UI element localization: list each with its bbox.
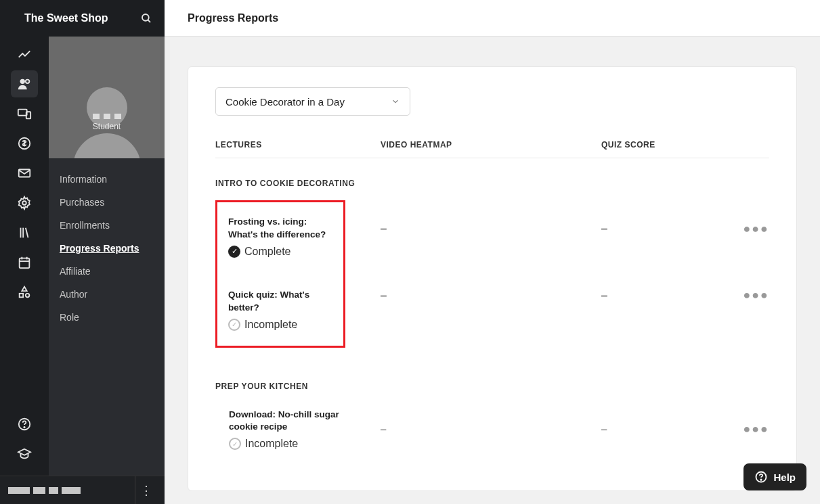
svg-line-1 xyxy=(148,20,150,22)
lecture-item: Frosting vs. icing: What's the differenc… xyxy=(228,216,332,258)
svg-point-2 xyxy=(20,79,25,84)
sidebar-item-purchases[interactable]: Purchases xyxy=(60,191,154,214)
page-header: Progress Reports xyxy=(165,0,820,37)
top-bar: The Sweet Shop xyxy=(0,0,165,37)
dropdown-selected: Cookie Decorator in a Day xyxy=(225,96,391,108)
table-header: LECTURES VIDEO HEATMAP QUIZ SCORE xyxy=(215,140,769,158)
help-label: Help xyxy=(773,472,796,483)
graduation-icon[interactable] xyxy=(11,440,38,467)
row-menu-icon[interactable]: ●●● xyxy=(743,422,769,436)
sub-sidebar: Student Information Purchases Enrollment… xyxy=(49,0,165,504)
col-video-header: VIDEO HEATMAP xyxy=(381,140,601,150)
lecture-status: Incomplete xyxy=(245,438,298,450)
profile-name-blurred xyxy=(49,110,165,122)
dollar-icon[interactable] xyxy=(11,130,38,157)
lecture-row: Download: No-chill sugar cookie recipe ✓… xyxy=(215,409,769,451)
footer-menu-icon[interactable]: ⋮ xyxy=(135,476,156,504)
library-icon[interactable] xyxy=(11,219,38,246)
sidebar-item-progress-reports[interactable]: Progress Reports xyxy=(60,237,154,260)
course-dropdown[interactable]: Cookie Decorator in a Day xyxy=(215,87,410,116)
sub-nav: Information Purchases Enrollments Progre… xyxy=(49,158,165,338)
calendar-icon[interactable] xyxy=(11,249,38,276)
profile-role: Student xyxy=(49,122,165,131)
quiz-score-value: – xyxy=(601,290,607,301)
svg-point-8 xyxy=(22,201,26,205)
shapes-icon[interactable] xyxy=(11,279,38,306)
svg-line-11 xyxy=(26,228,28,238)
sidebar-item-information[interactable]: Information xyxy=(60,168,154,191)
svg-rect-4 xyxy=(18,110,27,116)
search-icon[interactable] xyxy=(140,12,152,24)
analytics-icon[interactable] xyxy=(11,41,38,68)
svg-point-22 xyxy=(761,480,762,480)
video-heatmap-value: – xyxy=(381,423,386,434)
svg-rect-12 xyxy=(20,258,30,269)
svg-rect-17 xyxy=(20,294,24,298)
col-lectures-header: LECTURES xyxy=(215,140,381,150)
mail-icon[interactable] xyxy=(11,160,38,187)
svg-marker-16 xyxy=(22,287,26,291)
footer-strip: ⋮ xyxy=(0,476,165,504)
quiz-score-value: – xyxy=(601,423,607,434)
lecture-status: Incomplete xyxy=(244,319,297,331)
sidebar-item-affiliate[interactable]: Affiliate xyxy=(60,260,154,283)
highlighted-lectures: Frosting vs. icing: What's the differenc… xyxy=(215,200,345,348)
video-heatmap-value: – xyxy=(381,290,387,301)
users-icon[interactable] xyxy=(11,70,38,97)
lecture-status: Complete xyxy=(244,246,290,258)
devices-icon[interactable] xyxy=(11,100,38,127)
sidebar-item-enrollments[interactable]: Enrollments xyxy=(60,214,154,237)
icon-rail xyxy=(0,0,49,504)
gear-icon[interactable] xyxy=(11,189,38,216)
svg-point-18 xyxy=(26,294,30,298)
lecture-title: Frosting vs. icing: What's the differenc… xyxy=(228,216,332,242)
section-title: PREP YOUR KITCHEN xyxy=(215,382,769,391)
main-area: Progress Reports Cookie Decorator in a D… xyxy=(165,0,820,504)
brand-title: The Sweet Shop xyxy=(24,12,140,24)
lecture-title: Download: No-chill sugar cookie recipe xyxy=(229,409,367,434)
row-menu-icon[interactable]: ●●● xyxy=(743,288,769,302)
content-card: Cookie Decorator in a Day LECTURES VIDEO… xyxy=(188,66,797,491)
sidebar-item-author[interactable]: Author xyxy=(60,283,154,306)
help-button[interactable]: Help xyxy=(743,463,806,490)
section-title: INTRO TO COOKIE DECORATING xyxy=(215,179,769,188)
check-complete-icon: ✓ xyxy=(228,246,240,258)
footer-blurred-text xyxy=(8,487,128,494)
svg-point-3 xyxy=(26,80,30,84)
check-incomplete-icon: ✓ xyxy=(228,319,240,331)
lecture-item: Quick quiz: What's better? ✓ Incomplete xyxy=(228,289,332,331)
lecture-title: Quick quiz: What's better? xyxy=(228,289,332,315)
page-title: Progress Reports xyxy=(188,12,278,24)
help-circle-icon[interactable] xyxy=(11,411,38,438)
svg-point-20 xyxy=(24,427,24,428)
svg-point-0 xyxy=(142,14,149,21)
profile-block: Student xyxy=(49,37,165,158)
sidebar-item-role[interactable]: Role xyxy=(60,306,154,329)
check-incomplete-icon: ✓ xyxy=(229,438,241,450)
chevron-down-icon xyxy=(391,97,400,106)
col-quiz-header: QUIZ SCORE xyxy=(601,140,689,150)
